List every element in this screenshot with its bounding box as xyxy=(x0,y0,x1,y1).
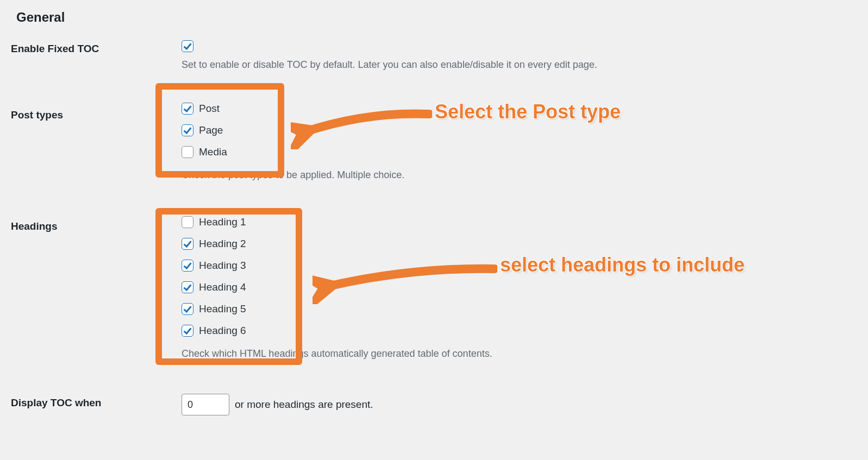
checkbox-label: Page xyxy=(199,124,223,136)
checkbox-page[interactable] xyxy=(182,124,193,136)
label-display-when: Display TOC when xyxy=(0,372,168,426)
input-display-when[interactable] xyxy=(182,394,229,415)
arrow-icon xyxy=(291,106,432,149)
desc-post-types: Check the post types to be applied. Mult… xyxy=(182,168,863,182)
checkbox-label: Heading 6 xyxy=(199,325,246,337)
row-post-types: Post types Post Page Media Check the pos… xyxy=(0,83,868,193)
checkbox-h6[interactable] xyxy=(182,325,193,337)
checkbox-label: Heading 4 xyxy=(199,281,246,293)
checkbox-post[interactable] xyxy=(182,103,193,115)
checkbox-row-h6: Heading 6 xyxy=(182,325,863,337)
checkbox-label: Media xyxy=(199,146,227,158)
checkbox-row-h1: Heading 1 xyxy=(182,216,863,228)
checkbox-label: Heading 2 xyxy=(199,238,246,250)
checkbox-row-page: Page xyxy=(182,124,863,136)
checkbox-h2[interactable] xyxy=(182,238,193,250)
arrow-icon xyxy=(313,261,497,304)
label-enable-toc: Enable Fixed TOC xyxy=(0,29,168,83)
annotation-post-types: Select the Post type xyxy=(435,100,621,123)
checkbox-h5[interactable] xyxy=(182,303,193,315)
row-enable-toc: Enable Fixed TOC Set to enable or disabl… xyxy=(0,29,868,83)
checkbox-row-h4: Heading 4 xyxy=(182,281,863,293)
checkbox-label: Post xyxy=(199,103,220,115)
desc-enable-toc: Set to enable or disable TOC by default.… xyxy=(182,58,863,72)
annotation-headings: select headings to include xyxy=(500,254,745,276)
label-headings: Headings xyxy=(0,193,168,372)
section-title: General xyxy=(0,0,868,29)
suffix-display-when: or more headings are present. xyxy=(235,399,373,411)
checkbox-media[interactable] xyxy=(182,146,193,158)
checkbox-h3[interactable] xyxy=(182,260,193,272)
checkbox-row-media: Media xyxy=(182,146,863,158)
settings-table: Enable Fixed TOC Set to enable or disabl… xyxy=(0,29,868,426)
checkbox-label: Heading 3 xyxy=(199,260,246,272)
checkbox-enable-toc[interactable] xyxy=(182,40,193,52)
checkbox-row-h2: Heading 2 xyxy=(182,238,863,250)
desc-headings: Check which HTML headings automatically … xyxy=(182,346,863,361)
checkbox-h4[interactable] xyxy=(182,281,193,293)
checkbox-label: Heading 1 xyxy=(199,216,246,228)
checkbox-label: Heading 5 xyxy=(199,303,246,315)
checkbox-h1[interactable] xyxy=(182,216,193,228)
checkbox-row-h5: Heading 5 xyxy=(182,303,863,315)
label-post-types: Post types xyxy=(0,83,168,193)
row-display-when: Display TOC when or more headings are pr… xyxy=(0,372,868,426)
